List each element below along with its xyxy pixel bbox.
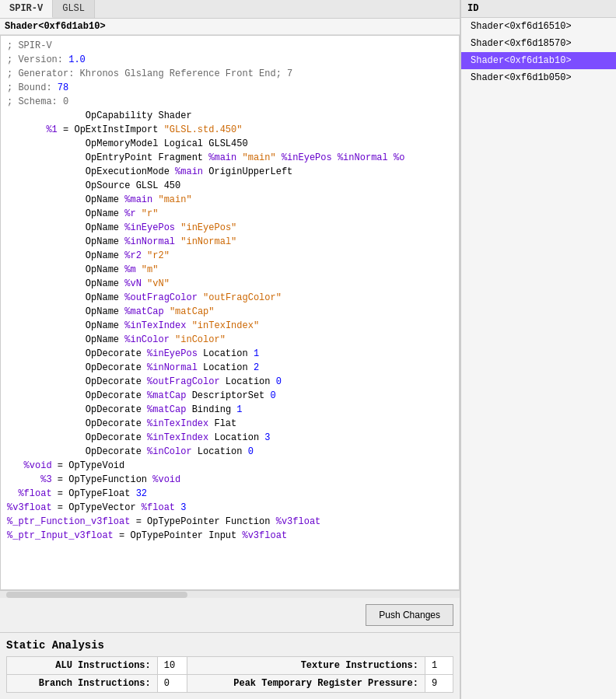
code-line: OpDecorate %matCap Binding 1: [1, 403, 459, 417]
code-line: %_ptr_Input_v3float = OpTypePointer Inpu…: [1, 529, 459, 543]
main-layout: SPIR-V GLSL Shader<0xf6d1ab10> ; SPIR-V …: [0, 0, 616, 699]
static-analysis-section: Static Analysis ALU Instructions: 10 Tex…: [0, 632, 460, 699]
code-line: OpDecorate %inTexIndex Location 3: [1, 431, 459, 445]
code-line: OpName %vN "vN": [1, 277, 459, 291]
code-line: OpName %inTexIndex "inTexIndex": [1, 319, 459, 333]
code-line: OpDecorate %inTexIndex Flat: [1, 417, 459, 431]
analysis-row-2: Branch Instructions: 0 Peak Temporary Re…: [7, 675, 453, 693]
shader-list-item-4[interactable]: Shader<0xf6d1b050>: [461, 69, 616, 86]
analysis-row-1: ALU Instructions: 10 Texture Instruction…: [7, 657, 453, 675]
button-area: Push Changes: [0, 598, 460, 632]
tab-glsl[interactable]: GLSL: [53, 0, 95, 18]
code-line: ; Generator: Khronos Glslang Reference F…: [1, 67, 459, 81]
texture-value: 1: [425, 657, 453, 675]
code-line: %void = OpTypeVoid: [1, 459, 459, 473]
texture-label: Texture Instructions:: [187, 657, 425, 675]
code-line: OpExecutionMode %main OriginUpperLeft: [1, 165, 459, 179]
code-header: Shader<0xf6d1ab10>: [0, 19, 460, 35]
analysis-table: ALU Instructions: 10 Texture Instruction…: [6, 656, 453, 693]
code-line: %v3float = OpTypeVector %float 3: [1, 501, 459, 515]
code-line: ; SPIR-V: [1, 39, 459, 53]
code-line: OpDecorate %outFragColor Location 0: [1, 375, 459, 389]
left-panel: SPIR-V GLSL Shader<0xf6d1ab10> ; SPIR-V …: [0, 0, 460, 699]
branch-value: 0: [157, 675, 187, 693]
code-line: OpCapability Shader: [1, 109, 459, 123]
code-line: OpDecorate %inNormal Location 2: [1, 361, 459, 375]
code-line: OpSource GLSL 450: [1, 179, 459, 193]
code-line: OpName %m "m": [1, 263, 459, 277]
code-line: %1 = OpExtInstImport "GLSL.std.450": [1, 123, 459, 137]
static-analysis-title: Static Analysis: [6, 639, 453, 652]
code-line: ; Schema: 0: [1, 95, 459, 109]
code-line: OpName %inColor "inColor": [1, 333, 459, 347]
code-line: OpName %main "main": [1, 193, 459, 207]
code-line: OpEntryPoint Fragment %main "main" %inEy…: [1, 151, 459, 165]
code-line: OpName %inEyePos "inEyePos": [1, 221, 459, 235]
code-editor[interactable]: ; SPIR-V ; Version: 1.0 ; Generator: Khr…: [0, 35, 460, 590]
tab-bar: SPIR-V GLSL: [0, 0, 460, 19]
right-panel-header: ID: [461, 0, 616, 18]
code-line: OpName %r "r": [1, 207, 459, 221]
tab-spirv[interactable]: SPIR-V: [0, 0, 53, 18]
code-line: OpName %matCap "matCap": [1, 305, 459, 319]
peak-value: 9: [425, 675, 453, 693]
alu-value: 10: [157, 657, 187, 675]
shader-list-item-1[interactable]: Shader<0xf6d16510>: [461, 18, 616, 35]
code-line: OpDecorate %inColor Location 0: [1, 445, 459, 459]
code-line: %_ptr_Function_v3float = OpTypePointer F…: [1, 515, 459, 529]
alu-label: ALU Instructions:: [7, 657, 158, 675]
push-changes-button[interactable]: Push Changes: [366, 604, 453, 626]
code-line: ; Bound: 78: [1, 81, 459, 95]
right-panel: ID Shader<0xf6d16510> Shader<0xf6d18570>…: [460, 0, 616, 699]
shader-list-item-2[interactable]: Shader<0xf6d18570>: [461, 35, 616, 52]
code-line: %float = OpTypeFloat 32: [1, 487, 459, 501]
horizontal-scrollbar[interactable]: [6, 592, 187, 598]
code-line: OpMemoryModel Logical GLSL450: [1, 137, 459, 151]
code-line: OpName %outFragColor "outFragColor": [1, 291, 459, 305]
code-line: OpName %r2 "r2": [1, 249, 459, 263]
code-line: OpName %inNormal "inNormal": [1, 235, 459, 249]
branch-label: Branch Instructions:: [7, 675, 158, 693]
code-line: OpDecorate %inEyePos Location 1: [1, 347, 459, 361]
peak-label: Peak Temporary Register Pressure:: [187, 675, 425, 693]
shader-list-item-3[interactable]: Shader<0xf6d1ab10>: [461, 52, 616, 69]
code-line: ; Version: 1.0: [1, 53, 459, 67]
code-line: %3 = OpTypeFunction %void: [1, 473, 459, 487]
code-line: OpDecorate %matCap DescriptorSet 0: [1, 389, 459, 403]
